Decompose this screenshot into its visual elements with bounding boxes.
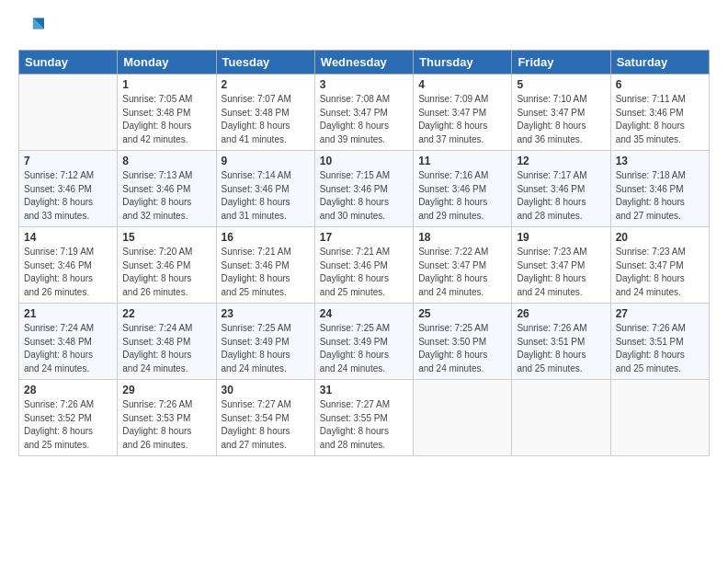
- calendar-cell: 29Sunrise: 7:26 AMSunset: 3:53 PMDayligh…: [118, 380, 216, 456]
- day-info: Sunrise: 7:26 AMSunset: 3:51 PMDaylight:…: [616, 322, 704, 375]
- calendar-cell: 27Sunrise: 7:26 AMSunset: 3:51 PMDayligh…: [610, 304, 709, 380]
- calendar-cell: 5Sunrise: 7:10 AMSunset: 3:47 PMDaylight…: [512, 75, 610, 151]
- calendar-week-row: 14Sunrise: 7:19 AMSunset: 3:46 PMDayligh…: [19, 227, 710, 304]
- day-number: 15: [122, 231, 210, 244]
- day-header-thursday: Thursday: [414, 51, 512, 75]
- calendar-cell: 7Sunrise: 7:12 AMSunset: 3:46 PMDaylight…: [19, 151, 118, 227]
- day-number: 23: [222, 307, 310, 320]
- day-number: 25: [418, 307, 506, 320]
- calendar-cell: [512, 380, 610, 456]
- day-header-saturday: Saturday: [610, 51, 709, 75]
- calendar-cell: 25Sunrise: 7:25 AMSunset: 3:50 PMDayligh…: [414, 304, 512, 380]
- calendar-table: SundayMondayTuesdayWednesdayThursdayFrid…: [18, 50, 710, 456]
- calendar-cell: 1Sunrise: 7:05 AMSunset: 3:48 PMDaylight…: [118, 75, 216, 151]
- calendar-cell: 30Sunrise: 7:27 AMSunset: 3:54 PMDayligh…: [216, 380, 314, 456]
- day-info: Sunrise: 7:25 AMSunset: 3:49 PMDaylight:…: [222, 322, 310, 375]
- day-info: Sunrise: 7:21 AMSunset: 3:46 PMDaylight:…: [222, 246, 310, 299]
- day-number: 18: [418, 231, 506, 244]
- day-info: Sunrise: 7:11 AMSunset: 3:46 PMDaylight:…: [616, 93, 704, 146]
- calendar-cell: 22Sunrise: 7:24 AMSunset: 3:48 PMDayligh…: [118, 304, 216, 380]
- day-header-friday: Friday: [512, 51, 610, 75]
- calendar-cell: 14Sunrise: 7:19 AMSunset: 3:46 PMDayligh…: [19, 227, 118, 304]
- day-number: 17: [320, 231, 408, 244]
- calendar-cell: 12Sunrise: 7:17 AMSunset: 3:46 PMDayligh…: [512, 151, 610, 227]
- day-info: Sunrise: 7:09 AMSunset: 3:47 PMDaylight:…: [418, 93, 506, 146]
- calendar-cell: 21Sunrise: 7:24 AMSunset: 3:48 PMDayligh…: [19, 304, 118, 380]
- calendar-cell: 3Sunrise: 7:08 AMSunset: 3:47 PMDaylight…: [314, 75, 413, 151]
- day-number: 13: [616, 155, 704, 167]
- calendar-cell: 13Sunrise: 7:18 AMSunset: 3:46 PMDayligh…: [610, 151, 709, 227]
- calendar-cell: 15Sunrise: 7:20 AMSunset: 3:46 PMDayligh…: [118, 227, 216, 304]
- day-info: Sunrise: 7:07 AMSunset: 3:48 PMDaylight:…: [222, 93, 310, 146]
- day-info: Sunrise: 7:21 AMSunset: 3:46 PMDaylight:…: [320, 246, 408, 299]
- day-info: Sunrise: 7:16 AMSunset: 3:46 PMDaylight:…: [418, 169, 506, 223]
- calendar-cell: 28Sunrise: 7:26 AMSunset: 3:52 PMDayligh…: [19, 380, 118, 456]
- day-number: 31: [320, 384, 408, 396]
- day-info: Sunrise: 7:05 AMSunset: 3:48 PMDaylight:…: [122, 93, 210, 146]
- calendar-cell: 26Sunrise: 7:26 AMSunset: 3:51 PMDayligh…: [512, 304, 610, 380]
- logo: [18, 15, 48, 40]
- logo-icon: [18, 15, 44, 40]
- calendar-cell: [610, 380, 709, 456]
- calendar-week-row: 7Sunrise: 7:12 AMSunset: 3:46 PMDaylight…: [19, 151, 710, 227]
- calendar-cell: 8Sunrise: 7:13 AMSunset: 3:46 PMDaylight…: [118, 151, 216, 227]
- calendar-cell: 11Sunrise: 7:16 AMSunset: 3:46 PMDayligh…: [414, 151, 512, 227]
- day-info: Sunrise: 7:27 AMSunset: 3:55 PMDaylight:…: [320, 398, 408, 452]
- day-number: 30: [222, 384, 310, 396]
- day-info: Sunrise: 7:27 AMSunset: 3:54 PMDaylight:…: [222, 398, 310, 452]
- calendar-cell: [19, 75, 118, 151]
- day-info: Sunrise: 7:12 AMSunset: 3:46 PMDaylight:…: [24, 169, 112, 223]
- calendar-cell: 6Sunrise: 7:11 AMSunset: 3:46 PMDaylight…: [610, 75, 709, 151]
- day-info: Sunrise: 7:24 AMSunset: 3:48 PMDaylight:…: [24, 322, 112, 375]
- day-number: 11: [418, 155, 506, 167]
- day-number: 19: [517, 231, 605, 244]
- calendar-cell: 19Sunrise: 7:23 AMSunset: 3:47 PMDayligh…: [512, 227, 610, 304]
- calendar-cell: [414, 380, 512, 456]
- header: [18, 15, 710, 40]
- calendar-header-row: SundayMondayTuesdayWednesdayThursdayFrid…: [19, 51, 710, 75]
- calendar-week-row: 21Sunrise: 7:24 AMSunset: 3:48 PMDayligh…: [19, 304, 710, 380]
- day-number: 24: [320, 307, 408, 320]
- calendar-week-row: 1Sunrise: 7:05 AMSunset: 3:48 PMDaylight…: [19, 75, 710, 151]
- day-number: 2: [222, 78, 310, 91]
- day-number: 8: [122, 155, 210, 167]
- calendar-cell: 16Sunrise: 7:21 AMSunset: 3:46 PMDayligh…: [216, 227, 314, 304]
- day-number: 16: [222, 231, 310, 244]
- calendar-week-row: 28Sunrise: 7:26 AMSunset: 3:52 PMDayligh…: [19, 380, 710, 456]
- day-header-sunday: Sunday: [19, 51, 118, 75]
- day-number: 6: [616, 78, 704, 91]
- day-info: Sunrise: 7:26 AMSunset: 3:51 PMDaylight:…: [517, 322, 605, 375]
- calendar-cell: 10Sunrise: 7:15 AMSunset: 3:46 PMDayligh…: [314, 151, 413, 227]
- day-info: Sunrise: 7:14 AMSunset: 3:46 PMDaylight:…: [222, 169, 310, 223]
- day-number: 1: [122, 78, 210, 91]
- day-info: Sunrise: 7:26 AMSunset: 3:53 PMDaylight:…: [122, 398, 210, 452]
- day-info: Sunrise: 7:20 AMSunset: 3:46 PMDaylight:…: [122, 246, 210, 299]
- day-number: 28: [24, 384, 112, 396]
- calendar-cell: 31Sunrise: 7:27 AMSunset: 3:55 PMDayligh…: [314, 380, 413, 456]
- calendar-cell: 18Sunrise: 7:22 AMSunset: 3:47 PMDayligh…: [414, 227, 512, 304]
- day-number: 26: [517, 307, 605, 320]
- day-info: Sunrise: 7:10 AMSunset: 3:47 PMDaylight:…: [517, 93, 605, 146]
- day-info: Sunrise: 7:18 AMSunset: 3:46 PMDaylight:…: [616, 169, 704, 223]
- calendar-cell: 20Sunrise: 7:23 AMSunset: 3:47 PMDayligh…: [610, 227, 709, 304]
- day-info: Sunrise: 7:13 AMSunset: 3:46 PMDaylight:…: [122, 169, 210, 223]
- calendar-cell: 2Sunrise: 7:07 AMSunset: 3:48 PMDaylight…: [216, 75, 314, 151]
- day-number: 9: [222, 155, 310, 167]
- day-number: 5: [517, 78, 605, 91]
- day-number: 12: [517, 155, 605, 167]
- day-info: Sunrise: 7:17 AMSunset: 3:46 PMDaylight:…: [517, 169, 605, 223]
- calendar-cell: 4Sunrise: 7:09 AMSunset: 3:47 PMDaylight…: [414, 75, 512, 151]
- page: SundayMondayTuesdayWednesdayThursdayFrid…: [0, 0, 728, 563]
- day-info: Sunrise: 7:19 AMSunset: 3:46 PMDaylight:…: [24, 246, 112, 299]
- day-header-wednesday: Wednesday: [314, 51, 413, 75]
- calendar-cell: 9Sunrise: 7:14 AMSunset: 3:46 PMDaylight…: [216, 151, 314, 227]
- day-number: 3: [320, 78, 408, 91]
- day-number: 14: [24, 231, 112, 244]
- day-info: Sunrise: 7:23 AMSunset: 3:47 PMDaylight:…: [616, 246, 704, 299]
- day-info: Sunrise: 7:25 AMSunset: 3:49 PMDaylight:…: [320, 322, 408, 375]
- day-header-tuesday: Tuesday: [216, 51, 314, 75]
- calendar-cell: 23Sunrise: 7:25 AMSunset: 3:49 PMDayligh…: [216, 304, 314, 380]
- day-info: Sunrise: 7:24 AMSunset: 3:48 PMDaylight:…: [122, 322, 210, 375]
- day-info: Sunrise: 7:26 AMSunset: 3:52 PMDaylight:…: [24, 398, 112, 452]
- day-info: Sunrise: 7:22 AMSunset: 3:47 PMDaylight:…: [418, 246, 506, 299]
